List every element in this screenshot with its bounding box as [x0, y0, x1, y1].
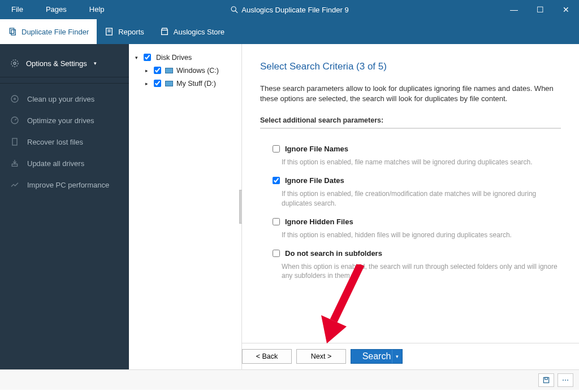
sidebar-item-label: Recover lost files — [27, 138, 83, 146]
checkbox-ignore-hidden[interactable] — [273, 218, 280, 225]
main-menu: File Pages Help — [0, 0, 116, 19]
option-ignore-names: Ignore File Names If this option is enab… — [270, 143, 561, 167]
menu-file[interactable]: File — [0, 0, 34, 19]
expand-icon[interactable]: ▸ — [144, 81, 149, 86]
sidebar-item-drivers[interactable]: Update all drivers — [0, 153, 129, 174]
tree-root[interactable]: ▾ Disk Drives — [129, 51, 241, 64]
divider — [260, 128, 561, 129]
file-icon — [10, 137, 19, 146]
app-icon — [230, 6, 238, 14]
sidebar-item-label: Clean up your drives — [27, 95, 94, 103]
svg-point-10 — [11, 95, 18, 102]
option-help: When this option is enabled, the search … — [282, 262, 561, 281]
tree-root-checkbox[interactable] — [144, 54, 151, 61]
tree-drive-d[interactable]: ▸ My Stuff (D:) — [129, 77, 241, 90]
wizard-heading: Select Search Criteria (3 of 5) — [260, 61, 561, 72]
option-help: If this option is enabled, file creation… — [282, 189, 561, 208]
chevron-down-icon: ▾ — [94, 60, 97, 66]
svg-point-9 — [11, 60, 18, 67]
search-button[interactable]: Search — [351, 349, 403, 364]
options-settings-button[interactable]: Options & Settings ▾ — [0, 50, 129, 77]
window-title: Auslogics Duplicate File Finder 9 — [230, 6, 348, 14]
sidebar: Options & Settings ▾ Clean up your drive… — [0, 44, 129, 369]
option-help: If this option is enabled, hidden files … — [282, 230, 561, 240]
tab-reports[interactable]: Reports — [97, 19, 152, 44]
title-bar: File Pages Help Auslogics Duplicate File… — [0, 0, 579, 19]
close-button[interactable]: ✕ — [553, 0, 579, 19]
drive-tree: ▾ Disk Drives ▸ Windows (C:) ▸ My Stuff … — [129, 44, 242, 369]
option-no-subfolders: Do not search in subfolders When this op… — [270, 248, 561, 281]
svg-rect-3 — [11, 30, 15, 35]
save-icon-button[interactable] — [538, 373, 554, 387]
menu-help[interactable]: Help — [78, 0, 116, 19]
tree-drive-c[interactable]: ▸ Windows (C:) — [129, 64, 241, 77]
sidebar-item-label: Optimize your drives — [27, 116, 94, 125]
sidebar-item-cleanup[interactable]: Clean up your drives — [0, 88, 129, 110]
option-ignore-dates: Ignore File Dates If this option is enab… — [270, 175, 561, 208]
sidebar-item-label: Improve PC performance — [27, 181, 109, 189]
option-help: If this option is enabled, file name mat… — [282, 158, 561, 167]
main-area: Options & Settings ▾ Clean up your drive… — [0, 44, 579, 369]
next-button[interactable]: Next > — [296, 349, 346, 364]
svg-rect-7 — [161, 30, 167, 34]
drive-icon — [165, 68, 173, 73]
disk-icon — [10, 94, 19, 103]
checkbox-ignore-dates[interactable] — [273, 177, 280, 184]
speed-icon — [10, 116, 19, 125]
maximize-button[interactable]: ☐ — [527, 0, 553, 19]
chart-icon — [10, 180, 19, 189]
svg-line-13 — [15, 119, 16, 120]
tab-finder[interactable]: Duplicate File Finder — [0, 19, 97, 44]
svg-rect-19 — [543, 377, 548, 382]
checkbox-no-subfolders[interactable] — [273, 250, 280, 257]
wizard-nav: < Back Next > Search — [242, 343, 579, 369]
tree-drive-checkbox[interactable] — [154, 67, 161, 74]
copy-icon — [8, 27, 17, 36]
drive-icon — [165, 81, 173, 86]
sidebar-item-recover[interactable]: Recover lost files — [0, 131, 129, 153]
svg-rect-20 — [545, 377, 548, 380]
report-icon — [105, 27, 114, 36]
wizard-description: These search parameters allow to look fo… — [260, 84, 561, 104]
minimize-button[interactable]: — — [501, 0, 527, 19]
store-icon — [160, 27, 169, 36]
gear-icon — [10, 59, 19, 68]
collapse-icon[interactable]: ▾ — [133, 55, 139, 60]
sidebar-item-improve[interactable]: Improve PC performance — [0, 174, 129, 195]
wizard-panel: Select Search Criteria (3 of 5) These se… — [242, 44, 579, 369]
params-subhead: Select additional search parameters: — [260, 116, 561, 124]
save-icon — [542, 376, 550, 384]
window-controls: — ☐ ✕ — [501, 0, 579, 19]
svg-point-11 — [14, 98, 16, 100]
more-icon: ⋯ — [562, 377, 569, 383]
option-ignore-hidden: Ignore Hidden Files If this option is en… — [270, 216, 561, 240]
search-dropdown[interactable] — [392, 350, 402, 363]
download-icon — [10, 159, 19, 168]
svg-point-0 — [231, 7, 236, 11]
sidebar-item-optimize[interactable]: Optimize your drives — [0, 110, 129, 131]
svg-marker-18 — [321, 315, 347, 343]
tab-bar: Duplicate File Finder Reports Auslogics … — [0, 19, 579, 44]
svg-line-1 — [235, 11, 237, 13]
svg-rect-14 — [12, 138, 17, 145]
checkbox-ignore-names[interactable] — [273, 145, 280, 153]
svg-point-8 — [14, 62, 16, 64]
tree-drive-checkbox[interactable] — [154, 80, 161, 87]
sidebar-item-label: Update all drivers — [27, 159, 84, 168]
svg-rect-15 — [12, 164, 17, 166]
expand-icon[interactable]: ▸ — [144, 68, 149, 73]
tab-store[interactable]: Auslogics Store — [152, 19, 232, 44]
svg-rect-2 — [10, 28, 14, 33]
more-icon-button[interactable]: ⋯ — [558, 373, 573, 387]
menu-pages[interactable]: Pages — [34, 0, 78, 19]
status-bar: ⋯ — [0, 369, 579, 390]
back-button[interactable]: < Back — [242, 349, 292, 364]
